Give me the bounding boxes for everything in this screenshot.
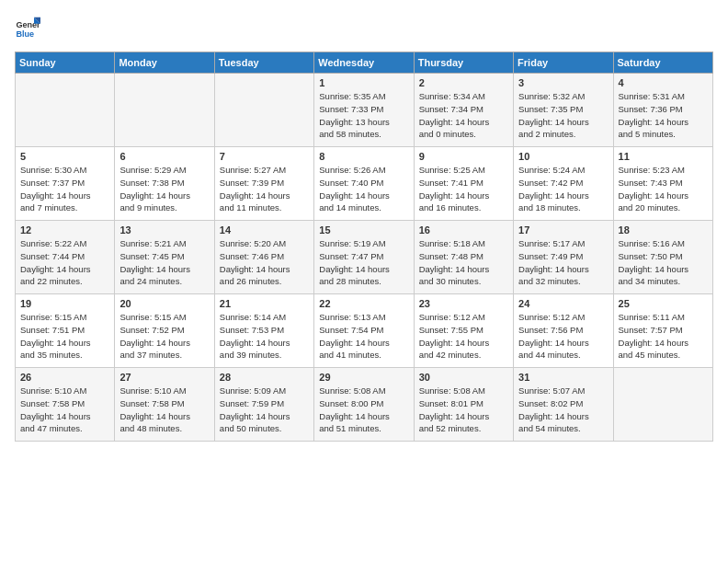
day-number: 27: [119, 372, 209, 383]
day-info: Sunrise: 5:21 AM Sunset: 7:45 PM Dayligh…: [119, 237, 209, 288]
day-number: 25: [619, 298, 708, 309]
day-info: Sunrise: 5:31 AM Sunset: 7:36 PM Dayligh…: [619, 90, 708, 141]
header-monday: Monday: [115, 52, 214, 74]
calendar-cell: 16Sunrise: 5:18 AM Sunset: 7:48 PM Dayli…: [414, 221, 513, 294]
day-info: Sunrise: 5:07 AM Sunset: 8:02 PM Dayligh…: [518, 385, 608, 435]
header-friday: Friday: [514, 52, 613, 74]
day-info: Sunrise: 5:23 AM Sunset: 7:43 PM Dayligh…: [619, 164, 708, 214]
calendar-cell: 4Sunrise: 5:31 AM Sunset: 7:36 PM Daylig…: [613, 74, 712, 147]
calendar-cell: 28Sunrise: 5:09 AM Sunset: 7:59 PM Dayli…: [214, 368, 313, 442]
day-info: Sunrise: 5:14 AM Sunset: 7:53 PM Dayligh…: [220, 311, 309, 362]
day-number: 4: [619, 77, 708, 88]
calendar-cell: 22Sunrise: 5:13 AM Sunset: 7:54 PM Dayli…: [314, 294, 414, 368]
header-sunday: Sunday: [16, 52, 115, 74]
day-number: 30: [419, 372, 508, 383]
calendar-cell: 17Sunrise: 5:17 AM Sunset: 7:49 PM Dayli…: [514, 221, 613, 294]
calendar-cell: 6Sunrise: 5:29 AM Sunset: 7:38 PM Daylig…: [115, 147, 214, 221]
day-number: 14: [220, 224, 309, 236]
calendar-cell: 24Sunrise: 5:12 AM Sunset: 7:56 PM Dayli…: [514, 294, 613, 368]
calendar-cell: [16, 74, 115, 147]
day-number: 22: [319, 298, 408, 309]
calendar-week-row: 12Sunrise: 5:22 AM Sunset: 7:44 PM Dayli…: [16, 221, 713, 294]
day-number: 15: [319, 224, 408, 236]
calendar-cell: 18Sunrise: 5:16 AM Sunset: 7:50 PM Dayli…: [613, 221, 712, 294]
day-number: 7: [220, 151, 309, 162]
calendar-week-row: 26Sunrise: 5:10 AM Sunset: 7:58 PM Dayli…: [16, 368, 713, 442]
day-number: 1: [319, 77, 408, 88]
logo-icon: General Blue: [15, 15, 40, 40]
day-number: 19: [20, 298, 109, 309]
calendar-cell: 13Sunrise: 5:21 AM Sunset: 7:45 PM Dayli…: [115, 221, 214, 294]
calendar-cell: 15Sunrise: 5:19 AM Sunset: 7:47 PM Dayli…: [314, 221, 414, 294]
day-number: 5: [20, 151, 109, 162]
calendar-cell: 11Sunrise: 5:23 AM Sunset: 7:43 PM Dayli…: [613, 147, 712, 221]
day-info: Sunrise: 5:15 AM Sunset: 7:52 PM Dayligh…: [119, 311, 209, 362]
calendar-week-row: 19Sunrise: 5:15 AM Sunset: 7:51 PM Dayli…: [16, 294, 713, 368]
day-number: 20: [119, 298, 209, 309]
day-info: Sunrise: 5:13 AM Sunset: 7:54 PM Dayligh…: [319, 311, 408, 362]
calendar-cell: 7Sunrise: 5:27 AM Sunset: 7:39 PM Daylig…: [214, 147, 313, 221]
calendar-week-row: 5Sunrise: 5:30 AM Sunset: 7:37 PM Daylig…: [16, 147, 713, 221]
day-info: Sunrise: 5:08 AM Sunset: 8:00 PM Dayligh…: [319, 385, 408, 435]
day-info: Sunrise: 5:17 AM Sunset: 7:49 PM Dayligh…: [518, 237, 608, 288]
day-number: 9: [419, 151, 508, 162]
day-number: 28: [220, 372, 309, 383]
calendar-cell: 26Sunrise: 5:10 AM Sunset: 7:58 PM Dayli…: [16, 368, 115, 442]
day-info: Sunrise: 5:26 AM Sunset: 7:40 PM Dayligh…: [319, 164, 408, 214]
header-saturday: Saturday: [613, 52, 712, 74]
calendar-cell: 19Sunrise: 5:15 AM Sunset: 7:51 PM Dayli…: [16, 294, 115, 368]
calendar-cell: [214, 74, 313, 147]
calendar-cell: 2Sunrise: 5:34 AM Sunset: 7:34 PM Daylig…: [414, 74, 513, 147]
day-number: 18: [619, 224, 708, 236]
day-info: Sunrise: 5:18 AM Sunset: 7:48 PM Dayligh…: [419, 237, 508, 288]
calendar-cell: 1Sunrise: 5:35 AM Sunset: 7:33 PM Daylig…: [314, 74, 414, 147]
day-info: Sunrise: 5:27 AM Sunset: 7:39 PM Dayligh…: [220, 164, 309, 214]
calendar-table: SundayMondayTuesdayWednesdayThursdayFrid…: [15, 52, 713, 442]
page-header: General Blue: [15, 15, 713, 40]
day-number: 21: [220, 298, 309, 309]
day-info: Sunrise: 5:19 AM Sunset: 7:47 PM Dayligh…: [319, 237, 408, 288]
day-number: 8: [319, 151, 408, 162]
day-info: Sunrise: 5:22 AM Sunset: 7:44 PM Dayligh…: [20, 237, 109, 288]
day-info: Sunrise: 5:10 AM Sunset: 7:58 PM Dayligh…: [119, 385, 209, 435]
day-number: 12: [20, 224, 109, 236]
day-info: Sunrise: 5:30 AM Sunset: 7:37 PM Dayligh…: [20, 164, 109, 214]
day-info: Sunrise: 5:29 AM Sunset: 7:38 PM Dayligh…: [119, 164, 209, 214]
header-wednesday: Wednesday: [314, 52, 414, 74]
calendar-cell: 8Sunrise: 5:26 AM Sunset: 7:40 PM Daylig…: [314, 147, 414, 221]
calendar-cell: 30Sunrise: 5:08 AM Sunset: 8:01 PM Dayli…: [414, 368, 513, 442]
day-number: 31: [518, 372, 608, 383]
day-number: 3: [518, 77, 608, 88]
calendar-header-row: SundayMondayTuesdayWednesdayThursdayFrid…: [16, 52, 713, 74]
day-number: 6: [119, 151, 209, 162]
day-info: Sunrise: 5:34 AM Sunset: 7:34 PM Dayligh…: [419, 90, 508, 141]
calendar-cell: 3Sunrise: 5:32 AM Sunset: 7:35 PM Daylig…: [514, 74, 613, 147]
day-number: 13: [119, 224, 209, 236]
day-info: Sunrise: 5:25 AM Sunset: 7:41 PM Dayligh…: [419, 164, 508, 214]
calendar-cell: 10Sunrise: 5:24 AM Sunset: 7:42 PM Dayli…: [514, 147, 613, 221]
day-number: 26: [20, 372, 109, 383]
day-info: Sunrise: 5:09 AM Sunset: 7:59 PM Dayligh…: [220, 385, 309, 435]
header-tuesday: Tuesday: [214, 52, 313, 74]
calendar-cell: 14Sunrise: 5:20 AM Sunset: 7:46 PM Dayli…: [214, 221, 313, 294]
day-number: 2: [419, 77, 508, 88]
day-number: 16: [419, 224, 508, 236]
calendar-cell: 27Sunrise: 5:10 AM Sunset: 7:58 PM Dayli…: [115, 368, 214, 442]
header-thursday: Thursday: [414, 52, 513, 74]
calendar-cell: [613, 368, 712, 442]
day-info: Sunrise: 5:15 AM Sunset: 7:51 PM Dayligh…: [20, 311, 109, 362]
day-info: Sunrise: 5:20 AM Sunset: 7:46 PM Dayligh…: [220, 237, 309, 288]
day-info: Sunrise: 5:10 AM Sunset: 7:58 PM Dayligh…: [20, 385, 109, 435]
calendar-cell: 25Sunrise: 5:11 AM Sunset: 7:57 PM Dayli…: [613, 294, 712, 368]
svg-text:Blue: Blue: [16, 29, 34, 39]
logo: General Blue: [15, 15, 44, 40]
day-info: Sunrise: 5:08 AM Sunset: 8:01 PM Dayligh…: [419, 385, 508, 435]
day-info: Sunrise: 5:35 AM Sunset: 7:33 PM Dayligh…: [319, 90, 408, 141]
day-info: Sunrise: 5:12 AM Sunset: 7:56 PM Dayligh…: [518, 311, 608, 362]
day-info: Sunrise: 5:11 AM Sunset: 7:57 PM Dayligh…: [619, 311, 708, 362]
day-info: Sunrise: 5:12 AM Sunset: 7:55 PM Dayligh…: [419, 311, 508, 362]
calendar-cell: 29Sunrise: 5:08 AM Sunset: 8:00 PM Dayli…: [314, 368, 414, 442]
day-number: 23: [419, 298, 508, 309]
day-number: 11: [619, 151, 708, 162]
calendar-cell: [115, 74, 214, 147]
